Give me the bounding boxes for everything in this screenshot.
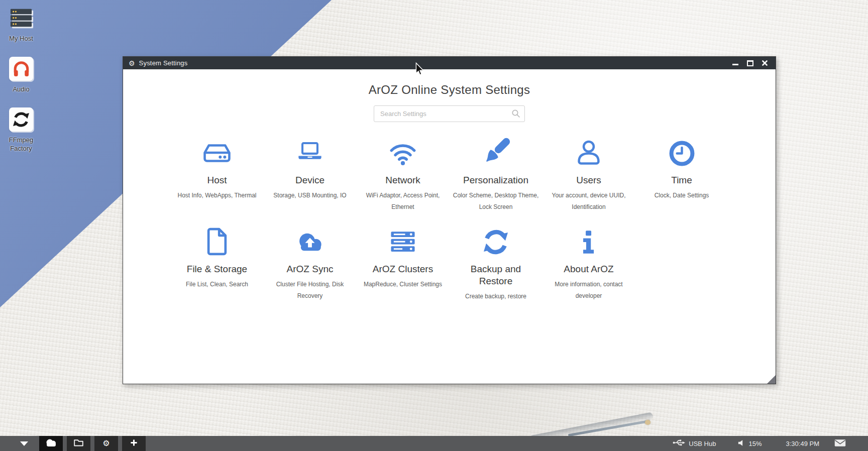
info-icon: [542, 224, 635, 257]
settings-item-host[interactable]: Host Host Info, WebApps, Thermal: [171, 136, 264, 212]
server-icon: [6, 6, 36, 30]
window-resize-grip[interactable]: [767, 375, 776, 384]
taskbar-add-button[interactable]: [122, 436, 146, 451]
minimize-button[interactable]: [732, 60, 739, 67]
settings-item-label: File & Storage: [177, 263, 257, 275]
settings-item-label: Host: [177, 174, 257, 186]
window-titlebar[interactable]: ⚙ System Settings: [123, 57, 776, 69]
taskbar-folder-button[interactable]: [67, 436, 90, 451]
wifi-icon: [357, 136, 450, 168]
settings-item-aroz-sync[interactable]: ArOZ Sync Cluster File Hosting, Disk Rec…: [264, 224, 357, 302]
settings-content: ArOZ Online System Settings: [123, 69, 776, 384]
headphones-icon: [6, 57, 36, 81]
settings-item-aroz-clusters[interactable]: ArOZ Clusters MapReduce, Cluster Setting…: [357, 224, 450, 302]
folder-icon: [73, 438, 84, 449]
envelope-icon: [834, 439, 846, 448]
settings-item-label: Personalization: [456, 174, 535, 186]
plus-icon: [130, 439, 138, 448]
file-icon: [171, 224, 264, 257]
settings-grid: Host Host Info, WebApps, Thermal Device …: [171, 136, 728, 314]
hdd-icon: [171, 136, 264, 168]
search-box: [374, 105, 525, 122]
settings-item-file-storage[interactable]: File & Storage File List, Clean, Search: [171, 224, 264, 302]
usb-icon: [673, 439, 685, 448]
taskbar-settings-button[interactable]: ⚙: [94, 436, 118, 451]
speaker-icon: [738, 439, 745, 448]
sync-arrows-icon: [450, 224, 542, 257]
settings-item-sub: Create backup, restore: [450, 291, 542, 302]
search-input[interactable]: [374, 105, 525, 122]
settings-item-network[interactable]: Network WiFi Adaptor, Access Point, Ethe…: [357, 136, 450, 212]
usb-label: USB Hub: [689, 440, 716, 447]
settings-item-personalization[interactable]: Personalization Color Scheme, Desktop Th…: [450, 136, 542, 212]
settings-item-sub: More information, contact developer: [542, 279, 635, 302]
laptop-icon: [264, 136, 357, 168]
mail-status[interactable]: [834, 439, 846, 448]
taskbar-status-area: USB Hub 15% 3:30:49 PM: [673, 439, 868, 448]
desktop-icon-audio[interactable]: Audio: [6, 57, 36, 94]
cloud-icon: [45, 438, 58, 449]
taskbar: ⚙: [0, 436, 868, 451]
settings-item-device[interactable]: Device Storage, USB Mounting, IO: [264, 136, 357, 212]
window-controls: [732, 60, 770, 67]
cloud-upload-icon: [264, 224, 357, 257]
settings-item-sub: MapReduce, Cluster Settings: [357, 279, 450, 290]
settings-item-sub: Color Scheme, Desktop Theme, Lock Screen: [450, 190, 542, 213]
wallpaper-stick-tip: [645, 420, 650, 425]
desktop-icon-ffmpeg-factory[interactable]: FFmpeg Factory: [6, 107, 36, 153]
settings-item-backup-restore[interactable]: Backup and Restore Create backup, restor…: [450, 224, 542, 302]
desktop-icon-list: My Host Audio: [6, 6, 36, 167]
settings-item-time[interactable]: Time Clock, Date Settings: [635, 136, 728, 212]
clock-label: 3:30:49 PM: [786, 440, 820, 447]
page-title: ArOZ Online System Settings: [123, 83, 776, 97]
window-title: System Settings: [139, 59, 188, 67]
settings-item-sub: Your account, device UUID, Identificatio…: [542, 190, 635, 213]
taskbar-cloud-button[interactable]: [39, 436, 63, 451]
settings-item-label: Backup and Restore: [456, 263, 535, 287]
settings-item-label: Network: [363, 174, 443, 186]
settings-item-label: Time: [642, 174, 721, 186]
settings-item-about-aroz[interactable]: About ArOZ More information, contact dev…: [542, 224, 635, 302]
settings-item-label: Users: [549, 174, 628, 186]
user-icon: [542, 136, 635, 168]
settings-item-sub: WiFi Adaptor, Access Point, Ethernet: [357, 190, 450, 213]
settings-item-sub: Storage, USB Mounting, IO: [264, 190, 357, 201]
settings-item-label: About ArOZ: [549, 263, 628, 275]
system-settings-window: ⚙ System Settings ArOZ Online System Set…: [123, 56, 776, 384]
settings-item-label: ArOZ Sync: [270, 263, 350, 275]
volume-label: 15%: [748, 440, 762, 447]
circular-arrows-icon: [6, 107, 36, 132]
settings-item-label: Device: [270, 174, 350, 186]
desktop-icon-label: Audio: [6, 85, 36, 94]
desktop-icon-label: My Host: [6, 35, 36, 43]
volume-status[interactable]: 15%: [738, 439, 762, 448]
paintbrush-icon: [450, 136, 542, 168]
clock-icon: [635, 136, 728, 168]
settings-item-sub: Host Info, WebApps, Thermal: [171, 190, 264, 201]
gear-icon: ⚙: [102, 439, 110, 447]
close-button[interactable]: [761, 60, 768, 67]
clock-status[interactable]: 3:30:49 PM: [786, 440, 820, 447]
usb-status[interactable]: USB Hub: [673, 439, 716, 448]
settings-item-sub: Clock, Date Settings: [635, 190, 728, 201]
search-icon: [511, 109, 520, 120]
desktop-icon-my-host[interactable]: My Host: [6, 6, 36, 43]
taskbar-caret-icon[interactable]: [20, 441, 28, 446]
gear-icon: ⚙: [129, 60, 135, 67]
settings-item-sub: File List, Clean, Search: [171, 279, 264, 290]
settings-item-users[interactable]: Users Your account, device UUID, Identif…: [542, 136, 635, 212]
desktop-icon-label: FFmpeg Factory: [6, 136, 36, 153]
settings-item-sub: Cluster File Hosting, Disk Recovery: [264, 279, 357, 302]
settings-item-label: ArOZ Clusters: [363, 263, 443, 275]
server-stack-icon: [357, 224, 450, 257]
taskbar-app-buttons: ⚙: [39, 436, 146, 451]
maximize-button[interactable]: [746, 60, 753, 67]
